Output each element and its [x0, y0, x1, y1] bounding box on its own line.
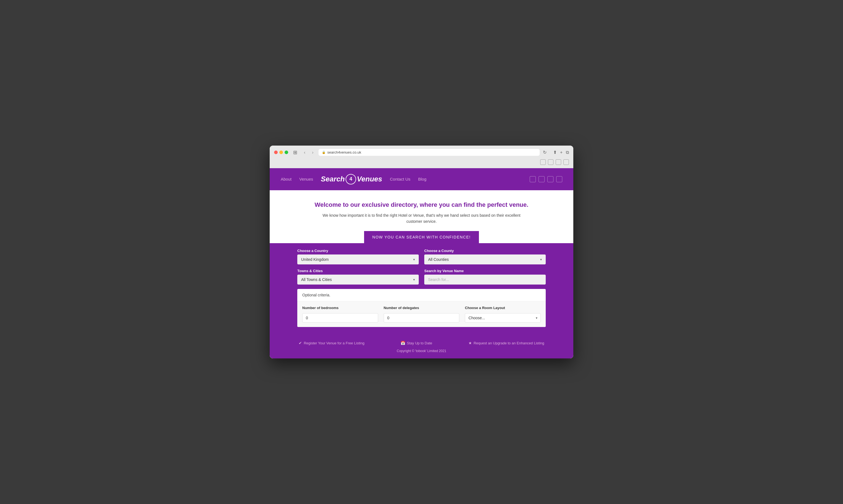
share-button[interactable]: ⬆ — [553, 150, 557, 155]
nav-icon-4[interactable] — [556, 176, 562, 182]
delegates-group: Number of delegates — [384, 306, 460, 323]
hero-subtitle: We know how important it is to find the … — [320, 212, 523, 225]
new-tab-button[interactable]: + — [560, 150, 563, 155]
star-icon: ★ — [468, 341, 472, 345]
website: About Venues Search 4 Venues Contact Us … — [270, 168, 573, 359]
venue-name-input[interactable] — [424, 275, 546, 285]
nav-venues[interactable]: Venues — [299, 177, 313, 181]
forward-button[interactable]: › — [310, 149, 315, 156]
browser-window: ⊞ ‹ › 🔒 search4venues.co.uk ↻ ⬆ + ⧉ — [270, 146, 573, 359]
back-button[interactable]: ‹ — [302, 149, 307, 156]
toolbar-icon-3[interactable] — [556, 159, 561, 165]
footer-link-upgrade-label: Request an Upgrade to an Enhanced Listin… — [474, 341, 544, 345]
nav-about[interactable]: About — [281, 177, 292, 181]
delegates-input[interactable] — [384, 313, 460, 323]
calendar-icon: 📅 — [400, 341, 405, 345]
logo-circle: 4 — [346, 174, 356, 184]
nav-left: About Venues Search 4 Venues Contact Us … — [281, 174, 427, 184]
url-text: search4venues.co.uk — [327, 150, 361, 155]
nav-icon-3[interactable] — [547, 176, 553, 182]
country-label: Choose a Country — [297, 249, 419, 253]
country-select-wrapper: United Kingdom — [297, 254, 419, 265]
room-layout-select-wrapper: Choose... — [465, 313, 541, 323]
maximize-dot[interactable] — [285, 150, 288, 154]
bedrooms-input[interactable] — [302, 313, 378, 323]
room-layout-group: Choose a Room Layout Choose... — [465, 306, 541, 323]
close-dot[interactable] — [274, 150, 278, 154]
tabs-button[interactable]: ⧉ — [566, 150, 569, 155]
hero-title: Welcome to our exclusive directory, wher… — [275, 201, 568, 209]
nav-contact[interactable]: Contact Us — [390, 177, 411, 181]
search-form: Choose a Country United Kingdom Choose a… — [297, 249, 546, 327]
footer-link-stay-label: Stay Up to Date — [407, 341, 432, 345]
sidebar-toggle-button[interactable]: ⊞ — [292, 149, 299, 156]
browser-dots — [274, 150, 288, 154]
browser-actions: ⬆ + ⧉ — [553, 150, 569, 155]
footer-link-register-label: Register Your Venue for a Free Listing — [304, 341, 364, 345]
optional-box: Optional criteria. Number of bedrooms Nu… — [297, 289, 546, 327]
lock-icon: 🔒 — [322, 150, 326, 154]
bedrooms-group: Number of bedrooms — [302, 306, 378, 323]
toolbar-icon-2[interactable] — [548, 159, 553, 165]
footer-links: ✔ Register Your Venue for a Free Listing… — [281, 341, 562, 345]
nav-blog[interactable]: Blog — [418, 177, 427, 181]
toolbar-icon-1[interactable] — [540, 159, 546, 165]
room-layout-label: Choose a Room Layout — [465, 306, 541, 310]
checkmark-icon: ✔ — [299, 341, 302, 345]
towns-select[interactable]: All Towns & Cities — [297, 275, 419, 285]
county-select-wrapper: All Counties — [424, 254, 546, 265]
room-layout-select[interactable]: Choose... — [465, 313, 541, 323]
delegates-label: Number of delegates — [384, 306, 460, 310]
url-bar[interactable]: 🔒 search4venues.co.uk — [319, 149, 540, 156]
logo-search-text: Search — [321, 175, 345, 183]
towns-group: Towns & Cities All Towns & Cities — [297, 269, 419, 285]
browser-chrome: ⊞ ‹ › 🔒 search4venues.co.uk ↻ ⬆ + ⧉ — [270, 146, 573, 168]
reload-button[interactable]: ↻ — [543, 150, 547, 155]
footer-link-stay[interactable]: 📅 Stay Up to Date — [400, 341, 432, 345]
minimize-dot[interactable] — [279, 150, 283, 154]
county-group: Choose a County All Counties — [424, 249, 546, 265]
bedrooms-label: Number of bedrooms — [302, 306, 378, 310]
site-nav: About Venues Search 4 Venues Contact Us … — [270, 168, 573, 190]
towns-label: Towns & Cities — [297, 269, 419, 273]
county-select[interactable]: All Counties — [424, 254, 546, 265]
site-logo[interactable]: Search 4 Venues — [321, 174, 382, 184]
logo-venues-text: Venues — [357, 175, 382, 183]
footer-link-register[interactable]: ✔ Register Your Venue for a Free Listing — [299, 341, 364, 345]
hero-section: Welcome to our exclusive directory, wher… — [270, 190, 573, 244]
towns-select-wrapper: All Towns & Cities — [297, 275, 419, 285]
optional-header: Optional criteria. — [297, 289, 546, 301]
county-label: Choose a County — [424, 249, 546, 253]
footer-link-upgrade[interactable]: ★ Request an Upgrade to an Enhanced List… — [468, 341, 544, 345]
nav-icons — [530, 176, 562, 182]
venue-name-group: Search by Venue Name — [424, 269, 546, 285]
browser-toolbar — [274, 158, 569, 166]
nav-icon-2[interactable] — [538, 176, 545, 182]
search-row-1: Choose a Country United Kingdom Choose a… — [297, 249, 546, 265]
nav-icon-1[interactable] — [530, 176, 536, 182]
footer-copyright: Copyright © 'tobook' Limited 2021 — [281, 349, 562, 353]
venue-name-label: Search by Venue Name — [424, 269, 546, 273]
country-select[interactable]: United Kingdom — [297, 254, 419, 265]
confidence-bar: NOW YOU CAN SEARCH WITH CONFIDENCE! — [364, 231, 479, 243]
search-form-wrapper: Choose a Country United Kingdom Choose a… — [270, 243, 573, 335]
search-row-2: Towns & Cities All Towns & Cities Search… — [297, 269, 546, 285]
optional-fields: Number of bedrooms Number of delegates C… — [297, 301, 546, 327]
site-footer: ✔ Register Your Venue for a Free Listing… — [270, 335, 573, 358]
toolbar-icon-4[interactable] — [563, 159, 569, 165]
country-group: Choose a Country United Kingdom — [297, 249, 419, 265]
